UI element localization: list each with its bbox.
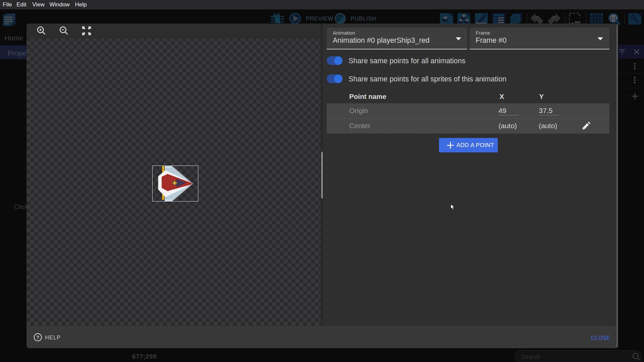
svg-text:1:1: 1:1 [610, 16, 617, 21]
svg-text:?: ? [36, 335, 39, 340]
